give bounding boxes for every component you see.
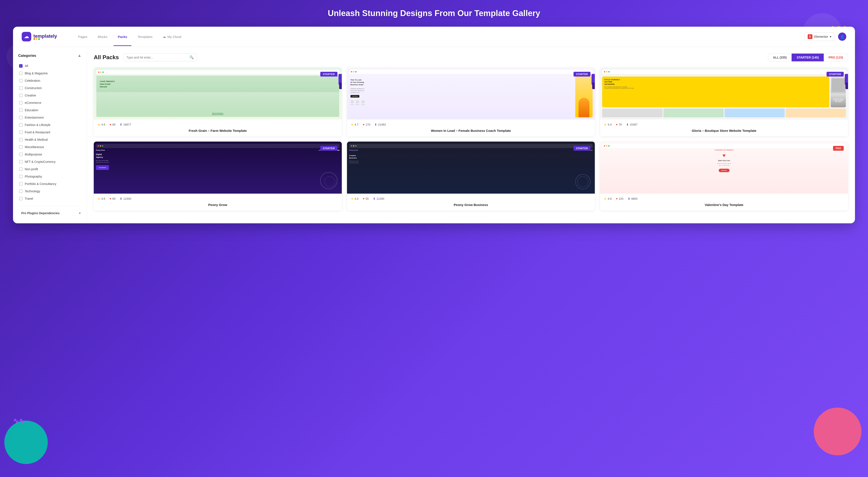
category-entertainment[interactable]: Entertainment: [18, 114, 82, 121]
category-ecommerce[interactable]: eCommerce: [18, 99, 82, 106]
category-food[interactable]: Food & Restaurant: [18, 129, 82, 136]
category-celebration-label: Celebration: [25, 79, 40, 82]
category-misc-label: Miscellaneous: [25, 145, 44, 149]
filter-all-button[interactable]: ALL (255): [768, 54, 792, 61]
badge-valentine: PRO: [833, 146, 844, 151]
badge-women-in-lead: STARTER: [574, 72, 591, 76]
hearts-value: 170: [365, 123, 370, 126]
stat-hearts-peony: ♥ 65: [110, 197, 116, 200]
category-all-label: All: [25, 64, 28, 68]
category-fashion[interactable]: Fashion & Lifestyle: [18, 121, 82, 129]
template-info-valentine: ★ 4.8 ♥ 120 ⬇ 9800 V: [600, 194, 848, 210]
tab-pages[interactable]: Pages: [74, 33, 92, 40]
stat-downloads-fresh-grain: ⬇ 18877: [120, 123, 131, 126]
badge-peony: STARTER: [320, 146, 337, 151]
category-nonprofit[interactable]: Non-profit: [18, 165, 82, 173]
rating-value: 4.3: [354, 197, 359, 200]
tab-templates[interactable]: Templates: [133, 33, 157, 40]
zigzag-purple-icon: ∿∿: [13, 417, 25, 425]
category-education[interactable]: Education: [18, 106, 82, 114]
category-photography[interactable]: Photography: [18, 173, 82, 180]
category-celebration[interactable]: Celebration: [18, 77, 82, 84]
checkbox-multipurpose: [19, 152, 23, 156]
template-preview-peony: Peony Grow DigitalAgency We create stunn…: [94, 142, 342, 194]
download-icon: ⬇: [373, 197, 375, 200]
template-preview-business: Time To LookAt Your GrowingBusiness Goal…: [347, 67, 595, 120]
builder-label: Elementor: [814, 35, 828, 38]
template-stats-gloria: ★ 4.4 ♥ 76 ⬇ 15387: [604, 123, 844, 126]
downloads-value: 15387: [630, 123, 638, 126]
search-input[interactable]: [126, 56, 188, 59]
download-icon: ⬇: [120, 197, 122, 200]
category-misc[interactable]: Miscellaneous: [18, 143, 82, 151]
tab-packs[interactable]: Packs: [114, 33, 131, 40]
dot-green: [38, 38, 40, 40]
checkbox-nft: [19, 160, 23, 164]
template-card-valentine[interactable]: VALENTINE'S DAY PRESENTS ♥ Share Your Lo…: [600, 142, 848, 210]
star-icon: ★: [604, 197, 607, 200]
template-stats-fresh-grain: ★ 4.6 ♥ 80 ⬇ 18877: [98, 123, 338, 126]
template-info-5: ★ 4.3 ♥ 55 ⬇ 11200 P: [347, 194, 595, 210]
cloud-icon: ☁: [163, 35, 166, 39]
stat-rating-valentine: ★ 4.8: [604, 197, 612, 200]
checkbox-ecommerce: [19, 101, 23, 104]
template-name-women-in-lead: Women In Lead – Female Business Coach Te…: [351, 128, 591, 133]
pro-plugins-chevron: ▾: [79, 211, 81, 215]
template-preview-5: Peony Grow CreativeBusiness Build the fu…: [347, 142, 595, 194]
tab-mycloud[interactable]: ☁ My Cloud: [158, 33, 185, 40]
category-fashion-label: Fashion & Lifestyle: [25, 123, 50, 127]
stat-hearts-women: ♥ 170: [363, 123, 370, 126]
dot-yellow: [36, 38, 37, 40]
template-preview-gloria: STYLE YOURSELFANYTIMEANYWHERE PICK THE B…: [600, 67, 848, 120]
template-card-gloria[interactable]: STYLE YOURSELFANYTIMEANYWHERE PICK THE B…: [600, 67, 848, 136]
category-travel[interactable]: Travel: [18, 195, 82, 202]
category-health[interactable]: Health & Medical: [18, 136, 82, 143]
stat-hearts-fresh-grain: ♥ 80: [110, 123, 116, 126]
downloads-value: 12300: [123, 197, 131, 200]
download-icon: ⬇: [626, 123, 629, 126]
category-portfolio[interactable]: Portfolio & Consultancy: [18, 180, 82, 188]
filter-starter-button[interactable]: STARTER (140): [792, 54, 824, 61]
checkbox-nonprofit: [19, 167, 23, 171]
tab-blocks[interactable]: Blocks: [94, 33, 112, 40]
rating-value: 4.5: [101, 197, 105, 200]
filter-pro-button[interactable]: PRO (115): [824, 54, 848, 61]
checkbox-misc: [19, 145, 23, 149]
hearts-value: 120: [619, 197, 623, 200]
sidebar-toggle[interactable]: ▲: [78, 53, 82, 58]
category-all[interactable]: ✓ All: [18, 62, 82, 70]
badge-fresh-grain: STARTER: [320, 72, 337, 76]
heart-icon: ♥: [616, 123, 618, 126]
hearts-value: 80: [113, 123, 116, 126]
download-icon: ⬇: [628, 197, 630, 200]
stat-rating-5: ★ 4.3: [351, 197, 359, 200]
template-card-5[interactable]: Peony Grow CreativeBusiness Build the fu…: [347, 142, 595, 210]
star-icon: ★: [351, 197, 353, 200]
template-card-fresh-grain[interactable]: Local, Natural &Farm FreshHarvest We Gro…: [94, 67, 342, 136]
user-avatar[interactable]: 👤: [838, 33, 846, 41]
template-card-women-in-lead[interactable]: Time To LookAt Your GrowingBusiness Goal…: [347, 67, 595, 136]
badge-5: STARTER: [574, 146, 591, 151]
category-multipurpose[interactable]: Multipurpose: [18, 151, 82, 158]
pro-plugins-item[interactable]: Pro Plugins Dependencies ▾: [18, 209, 82, 217]
category-ecommerce-label: eCommerce: [25, 101, 41, 104]
template-card-peony[interactable]: Peony Grow DigitalAgency We create stunn…: [94, 142, 342, 210]
star-icon: ★: [351, 123, 353, 126]
category-technology[interactable]: Technology: [18, 188, 82, 195]
logo-container: templately: [33, 33, 57, 40]
sidebar: Categories ▲ ✓ All Blog & Magazine Celeb…: [13, 47, 87, 223]
checkbox-food: [19, 131, 23, 134]
header-right: E Elementor ▾ 👤: [804, 32, 846, 41]
category-blog[interactable]: Blog & Magazine: [18, 70, 82, 77]
rating-value: 4.4: [608, 123, 612, 126]
category-nft[interactable]: NFT & CryptoCurrency: [18, 158, 82, 165]
checkbox-construction: [19, 86, 23, 90]
page-title: Unleash Stunning Designs From Our Templa…: [13, 9, 855, 18]
stat-hearts-5: ♥ 55: [363, 197, 369, 200]
builder-selector[interactable]: E Elementor ▾: [804, 32, 835, 41]
badge-gloria: STARTER: [827, 72, 844, 76]
template-info-gloria: ★ 4.4 ♥ 76 ⬇ 15387 G: [600, 120, 848, 136]
downloads-value: 11200: [376, 197, 384, 200]
category-construction[interactable]: Construction: [18, 84, 82, 92]
category-creative[interactable]: Creative: [18, 92, 82, 99]
